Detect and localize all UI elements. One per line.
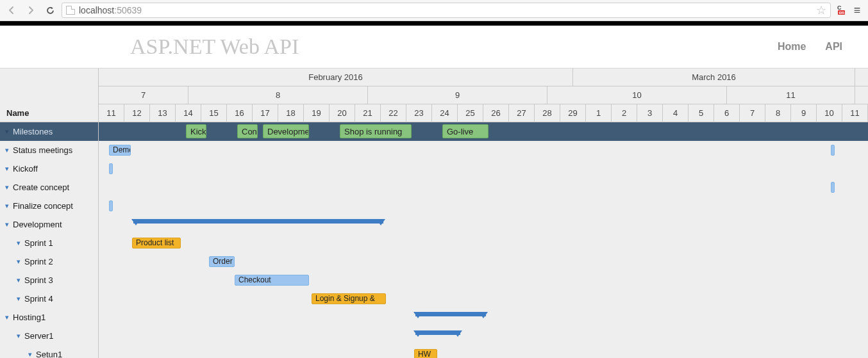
browser-toolbar: localhost:50639 ☆ Con ≡ (0, 0, 868, 21)
timeline-row: Demo (99, 141, 868, 159)
day-header: 2 (612, 104, 637, 122)
month-header: March 2016 (573, 69, 855, 86)
task-label: Development (13, 220, 62, 229)
chevron-down-icon[interactable]: ▾ (14, 239, 23, 247)
timeline-row (99, 159, 868, 178)
day-header: 1 (586, 104, 612, 122)
task-label: Server1 (24, 331, 54, 341)
task-row[interactable]: ▾Finalize concept (0, 197, 98, 215)
task-bar[interactable] (109, 200, 113, 211)
chevron-down-icon[interactable]: ▾ (3, 220, 12, 229)
day-header: 26 (483, 104, 509, 122)
day-header: 16 (227, 104, 253, 122)
chevron-down-icon[interactable]: ▾ (3, 202, 12, 210)
task-row[interactable]: ▾Server1 (0, 327, 98, 345)
timeline-row: Checkout (99, 271, 868, 289)
forward-button[interactable] (23, 3, 38, 17)
timeline-row: HW (99, 345, 868, 358)
day-header: 13 (150, 104, 176, 122)
task-row[interactable]: ▾Status meetings (0, 141, 98, 159)
timeline-row (99, 308, 868, 327)
months-row: February 2016March 2016 (99, 69, 868, 86)
task-bar[interactable]: Login & Signup & (312, 293, 386, 304)
day-header: 20 (330, 104, 355, 122)
chevron-down-icon[interactable]: ▾ (3, 183, 12, 191)
task-bar[interactable]: HW (414, 349, 437, 358)
day-header: 3 (637, 104, 663, 122)
chevron-down-icon[interactable]: ▾ (3, 313, 12, 321)
task-bar[interactable] (831, 145, 835, 156)
reload-button[interactable] (42, 3, 58, 17)
day-header: 6 (714, 104, 740, 122)
task-label: Sprint 4 (24, 294, 53, 304)
day-header: 21 (355, 104, 381, 122)
bookmark-star-icon[interactable]: ☆ (816, 3, 826, 17)
chevron-down-icon[interactable]: ▾ (14, 295, 23, 303)
day-header: 7 (740, 104, 765, 122)
chevron-down-icon[interactable]: ▾ (3, 146, 12, 154)
timeline-row (99, 215, 868, 234)
day-header: 11 (842, 104, 868, 122)
chevron-down-icon[interactable]: ▾ (3, 165, 12, 173)
site-title: ASP.NET Web API (130, 35, 299, 59)
task-label: Hosting1 (13, 313, 46, 322)
chevron-down-icon[interactable]: ▾ (26, 350, 35, 358)
milestone-bar[interactable]: Development (263, 124, 309, 138)
day-header: 28 (535, 104, 560, 122)
milestone-bar[interactable]: Shop is running (340, 124, 412, 138)
days-row: 1112131415161718192021222324252627282912… (99, 104, 868, 122)
chevron-down-icon[interactable]: ▾ (14, 276, 23, 284)
back-button[interactable] (4, 3, 19, 17)
timeline-row: Login & Signup & (99, 289, 868, 308)
task-label: Sprint 2 (24, 257, 53, 266)
task-row[interactable]: ▾Kickoff (0, 159, 98, 178)
task-bar[interactable]: Product list (132, 238, 181, 248)
chevron-down-icon[interactable]: ▾ (14, 257, 23, 266)
month-header: February 2016 (99, 69, 573, 86)
task-label: Setun1 (36, 350, 62, 358)
task-label: Sprint 1 (24, 238, 53, 248)
group-bar[interactable] (415, 330, 460, 335)
address-bar[interactable]: localhost:50639 ☆ (62, 3, 831, 18)
group-bar[interactable] (415, 312, 486, 316)
task-row[interactable]: ▾Sprint 4 (0, 289, 98, 308)
task-row[interactable]: ▾Hosting1 (0, 308, 98, 327)
task-row[interactable]: ▾Setun1 (0, 345, 98, 358)
sidebar-rows: ▾Milestones▾Status meetings▾Kickoff▾Crea… (0, 122, 98, 358)
day-header: 4 (663, 104, 689, 122)
task-row[interactable]: ▾Create concept (0, 178, 98, 197)
gantt-chart: Name ▾Milestones▾Status meetings▾Kickoff… (0, 69, 868, 358)
day-header: 17 (253, 104, 278, 122)
day-header: 23 (406, 104, 432, 122)
chevron-down-icon[interactable]: ▾ (14, 332, 23, 340)
task-row[interactable]: ▾Sprint 2 (0, 252, 98, 271)
sidebar-header: Name (0, 69, 98, 122)
week-header: 11 (727, 86, 855, 104)
milestone-bar[interactable]: Concept (237, 124, 258, 138)
task-bar[interactable]: Checkout (235, 275, 309, 286)
chevron-down-icon[interactable]: ▾ (3, 127, 12, 136)
site-header: ASP.NET Web API Home API (0, 26, 868, 69)
task-row[interactable]: ▾Development (0, 215, 98, 234)
task-row[interactable]: ▾Sprint 3 (0, 271, 98, 289)
task-label: Milestones (13, 127, 53, 136)
browser-menu-icon[interactable]: ≡ (850, 4, 864, 17)
url-text: localhost:50639 (79, 5, 142, 15)
task-bar[interactable]: Order (209, 256, 235, 267)
task-row[interactable]: ▾Milestones (0, 122, 98, 141)
task-label: Kickoff (13, 164, 38, 174)
week-header: 7 (99, 86, 188, 104)
task-bar[interactable] (109, 163, 113, 174)
extension-icon[interactable]: Con (835, 4, 846, 16)
day-header: 22 (381, 104, 406, 122)
task-row[interactable]: ▾Sprint 1 (0, 234, 98, 252)
gantt-timeline[interactable]: February 2016March 2016 7891011 11121314… (99, 69, 868, 358)
black-separator-bar (0, 21, 868, 26)
task-bar[interactable] (831, 182, 835, 193)
milestone-bar[interactable]: Go-live (442, 124, 488, 138)
nav-api[interactable]: API (825, 41, 842, 53)
nav-home[interactable]: Home (778, 41, 806, 53)
task-bar[interactable]: Demo (109, 145, 131, 156)
group-bar[interactable] (133, 219, 383, 224)
milestone-bar[interactable]: Kickoff (186, 124, 206, 138)
